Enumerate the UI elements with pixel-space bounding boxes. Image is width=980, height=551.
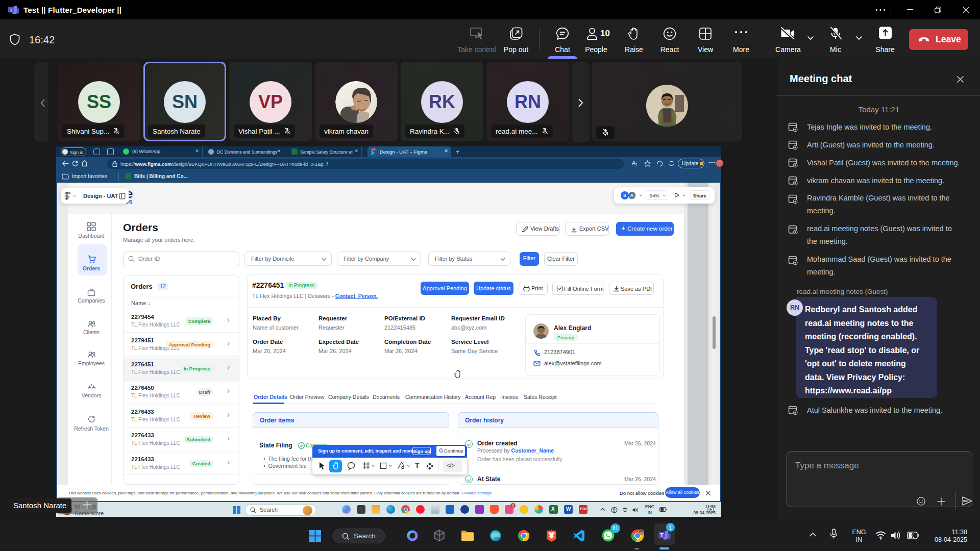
svg-text:T: T (10, 7, 13, 13)
svg-text:T: T (660, 533, 663, 538)
